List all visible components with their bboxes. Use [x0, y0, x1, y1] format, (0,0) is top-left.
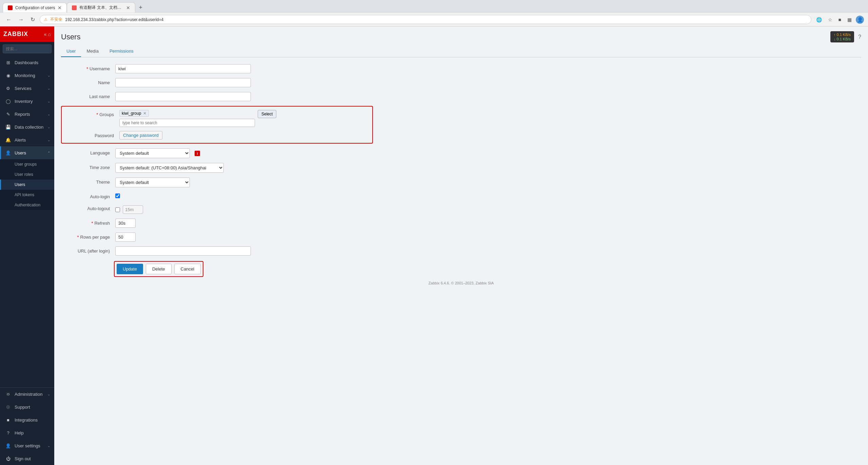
language-info-icon[interactable]: i	[195, 151, 200, 156]
sidebar: ZABBIX « ⌂ ⊞ Dashboards ◉ Monitoring ⌄ ⚙…	[0, 26, 54, 465]
sidebar-item-reports[interactable]: ✎ Reports ⌄	[0, 108, 54, 120]
autologin-checkbox[interactable]	[115, 193, 120, 198]
delete-button[interactable]: Delete	[146, 264, 172, 274]
theme-field: System default Blue Dark	[115, 178, 373, 187]
autologout-value-input[interactable]	[123, 205, 143, 214]
sidebar-item-monitoring[interactable]: ◉ Monitoring ⌄	[0, 69, 54, 82]
buttons-wrapper: Update Delete Cancel	[61, 261, 373, 277]
sidebar-item-data-collection[interactable]: 💾 Data collection ⌄	[0, 120, 54, 133]
change-password-link[interactable]: Change password	[119, 131, 162, 140]
user-settings-chevron: ⌄	[47, 444, 50, 448]
rows-per-page-input[interactable]	[115, 232, 136, 242]
autologout-checkbox[interactable]	[115, 207, 120, 212]
update-button[interactable]: Update	[117, 264, 143, 274]
tab-permissions[interactable]: Permissions	[104, 46, 139, 57]
tab1-close[interactable]: ✕	[58, 5, 62, 11]
group-tag-remove[interactable]: ✕	[143, 111, 146, 116]
autologin-label: Auto-login	[61, 192, 115, 199]
sidebar-logo: ZABBIX « ⌂	[0, 26, 54, 42]
browser-tab-2[interactable]: 有道翻译 文本、文档、网页、... ✕	[67, 2, 135, 13]
tab2-close[interactable]: ✕	[126, 5, 130, 11]
lastname-label: Last name	[61, 92, 115, 99]
url-field	[115, 246, 373, 256]
url-input[interactable]	[65, 17, 807, 22]
forward-button[interactable]: →	[16, 16, 26, 23]
sidebar-subitem-user-roles[interactable]: User roles	[0, 169, 54, 180]
sidebar-subitem-users[interactable]: Users	[0, 180, 54, 190]
groups-select-button[interactable]: Select	[258, 110, 276, 118]
browser-tab-1[interactable]: Configuration of users ✕	[3, 3, 67, 13]
sidebar-label-reports: Reports	[15, 112, 30, 117]
sidebar-bottom: ⛭ Administration ⌄ ☉ Support ■ Integrati…	[0, 387, 54, 465]
groups-label: Groups	[65, 110, 119, 117]
password-label: Password	[65, 131, 119, 138]
extensions-button[interactable]: ■	[836, 16, 843, 24]
cancel-button[interactable]: Cancel	[174, 264, 201, 274]
services-chevron: ⌄	[47, 87, 50, 90]
sidebar-item-integrations[interactable]: ■ Integrations	[0, 413, 54, 426]
user-settings-icon: 👤	[5, 443, 11, 449]
autologout-label: Auto-logout	[61, 204, 115, 211]
reload-button[interactable]: ↻	[28, 16, 37, 23]
form-area: User Media Permissions Username Name	[54, 46, 868, 465]
sidebar-subitem-user-groups[interactable]: User groups	[0, 159, 54, 169]
address-bar[interactable]: ⚠ 不安全	[40, 15, 811, 24]
sidebar-item-support[interactable]: ☉ Support	[0, 401, 54, 413]
groups-search-input[interactable]	[119, 119, 255, 127]
sidebar-item-administration[interactable]: ⛭ Administration ⌄	[0, 388, 54, 401]
tab-user[interactable]: User	[61, 46, 81, 57]
sidebar-subitem-api-tokens[interactable]: API tokens	[0, 190, 54, 200]
sidebar-search-container	[0, 42, 54, 56]
username-input[interactable]	[115, 64, 251, 73]
url-input[interactable]	[115, 246, 251, 256]
data-collection-icon: 💾	[5, 124, 11, 130]
sidebar-item-inventory[interactable]: ◯ Inventory ⌄	[0, 95, 54, 108]
users-chevron: ⌃	[47, 151, 50, 155]
sidebar-item-dashboards[interactable]: ⊞ Dashboards	[0, 56, 54, 69]
bookmark-button[interactable]: ☆	[826, 16, 834, 24]
sidebar-item-sign-out[interactable]: ⏻ Sign out	[0, 452, 54, 465]
lastname-input[interactable]	[115, 92, 251, 101]
network-down: ↓ 0.1 KB/s	[834, 37, 851, 41]
sidebar-label-users: Users	[15, 150, 26, 155]
sidebar-collapse-button[interactable]: «	[44, 32, 47, 37]
sidebar-item-alerts[interactable]: 🔔 Alerts ⌄	[0, 133, 54, 146]
profile-button[interactable]: 👤	[856, 16, 864, 24]
sidebar-home-button[interactable]: ⌂	[48, 32, 51, 37]
sign-out-icon: ⏻	[5, 455, 11, 462]
language-select[interactable]: System default English (en_US) Chinese (…	[115, 148, 190, 158]
url-label: URL (after login)	[61, 246, 115, 254]
logo-controls: « ⌂	[44, 32, 51, 37]
timezone-field: System default: (UTC+08:00) Asia/Shangha…	[115, 163, 373, 173]
translate-button[interactable]: 🌐	[814, 16, 824, 24]
sidebar-item-users[interactable]: 👤 Users ⌃	[0, 146, 54, 159]
browser-nav: ← → ↻ ⚠ 不安全 🌐 ☆ ■ ▦ 👤	[0, 13, 868, 26]
timezone-select[interactable]: System default: (UTC+08:00) Asia/Shangha…	[115, 163, 224, 173]
tab1-label: Configuration of users	[15, 5, 55, 10]
sidebar-label-user-settings: User settings	[15, 443, 40, 448]
security-icon: ⚠	[44, 17, 47, 22]
main-header: Users ↑ 0.1 KB/s ↓ 0.1 KB/s ?	[54, 26, 868, 46]
services-icon: ⚙	[5, 85, 11, 91]
refresh-input[interactable]	[115, 219, 136, 228]
username-field	[115, 64, 373, 73]
new-tab-button[interactable]: +	[135, 2, 146, 13]
sidebar-item-help[interactable]: ? Help	[0, 426, 54, 439]
monitoring-chevron: ⌄	[47, 74, 50, 77]
sidebar-item-services[interactable]: ⚙ Services ⌄	[0, 82, 54, 95]
split-button[interactable]: ▦	[845, 16, 854, 24]
username-row: Username	[61, 64, 373, 73]
users-icon: 👤	[5, 150, 11, 156]
tab-media[interactable]: Media	[81, 46, 104, 57]
sidebar-item-user-settings[interactable]: 👤 User settings ⌄	[0, 439, 54, 452]
sidebar-search-input[interactable]	[3, 44, 52, 53]
back-button[interactable]: ←	[4, 16, 14, 23]
name-input[interactable]	[115, 78, 251, 87]
dashboards-icon: ⊞	[5, 59, 11, 66]
help-button[interactable]: ?	[858, 34, 861, 40]
password-field: Change password	[119, 131, 369, 140]
support-icon: ☉	[5, 404, 11, 410]
sidebar-subitem-authentication[interactable]: Authentication	[0, 200, 54, 210]
name-field	[115, 78, 373, 87]
theme-select[interactable]: System default Blue Dark	[115, 178, 190, 187]
